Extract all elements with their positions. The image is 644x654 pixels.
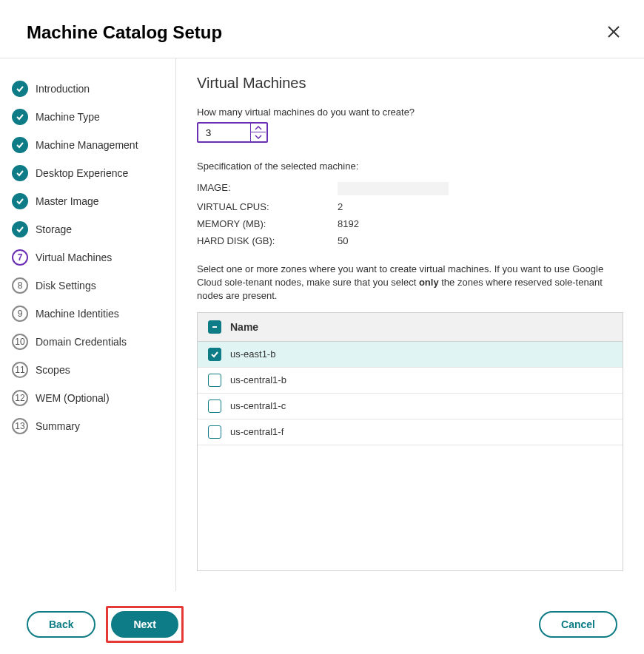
- zone-row[interactable]: us-east1-b: [198, 342, 623, 368]
- dialog-header: Machine Catalog Setup: [0, 0, 644, 58]
- select-all-checkbox[interactable]: [208, 320, 221, 334]
- vm-count-label: How many virtual machines do you want to…: [197, 107, 623, 118]
- checkmark-icon: [12, 109, 28, 125]
- step-number-icon: 10: [12, 334, 28, 350]
- stepper-down-icon[interactable]: [251, 132, 266, 141]
- zone-row[interactable]: us-central1-b: [198, 368, 623, 394]
- sidebar-item-label: Summary: [36, 420, 80, 432]
- sidebar-item-label: WEM (Optional): [36, 392, 110, 404]
- checkmark-icon: [12, 193, 28, 209]
- sidebar-item-label: Master Image: [36, 195, 99, 207]
- spec-value: 8192: [338, 218, 359, 229]
- main-panel: Virtual Machines How many virtual machin…: [176, 58, 644, 591]
- sidebar-item-disk-settings[interactable]: 8 Disk Settings: [12, 272, 175, 300]
- sidebar-item-label: Machine Management: [36, 139, 138, 151]
- checkmark-icon: [12, 221, 28, 237]
- zone-name: us-central1-c: [230, 400, 286, 411]
- sidebar-item-machine-identities[interactable]: 9 Machine Identities: [12, 300, 175, 328]
- page-title: Virtual Machines: [197, 75, 623, 92]
- step-number-icon: 13: [12, 418, 28, 434]
- dialog-footer: Back Next Cancel: [0, 591, 644, 654]
- column-header-name: Name: [230, 321, 258, 333]
- cancel-button[interactable]: Cancel: [539, 611, 617, 638]
- sidebar-item-introduction[interactable]: Introduction: [12, 75, 175, 103]
- spec-value: 2: [338, 201, 343, 212]
- sidebar-item-virtual-machines[interactable]: 7 Virtual Machines: [12, 243, 175, 272]
- sidebar-item-label: Storage: [36, 223, 72, 235]
- checkmark-icon: [12, 165, 28, 181]
- sidebar-item-label: Scopes: [36, 364, 70, 376]
- vm-count-input[interactable]: [198, 124, 250, 141]
- step-number-icon: 7: [12, 249, 28, 266]
- sidebar-item-label: Machine Identities: [36, 308, 119, 320]
- vm-count-stepper[interactable]: [197, 122, 268, 143]
- spec-value-image: [338, 182, 449, 195]
- zones-instruction: Select one or more zones where you want …: [197, 263, 623, 303]
- sidebar-item-machine-type[interactable]: Machine Type: [12, 103, 175, 131]
- step-number-icon: 8: [12, 277, 28, 294]
- zones-table: Name us-east1-b us-central1-b us-central…: [197, 312, 623, 571]
- zone-checkbox[interactable]: [208, 400, 221, 413]
- sidebar-item-domain-credentials[interactable]: 10 Domain Credentials: [12, 328, 175, 356]
- dialog-title: Machine Catalog Setup: [27, 22, 222, 43]
- sidebar-item-wem[interactable]: 12 WEM (Optional): [12, 384, 175, 412]
- spec-label: IMAGE:: [197, 182, 338, 195]
- sidebar-item-label: Virtual Machines: [36, 252, 112, 263]
- checkmark-icon: [12, 81, 28, 97]
- stepper-up-icon[interactable]: [251, 124, 266, 132]
- spec-label: VIRTUAL CPUS:: [197, 201, 338, 212]
- sidebar-item-label: Disk Settings: [36, 280, 96, 291]
- sidebar-item-label: Introduction: [36, 83, 90, 95]
- spec-label: MEMORY (MB):: [197, 218, 338, 229]
- spec-row-image: IMAGE:: [197, 179, 623, 198]
- close-icon[interactable]: [606, 24, 622, 42]
- zone-checkbox[interactable]: [208, 425, 221, 439]
- next-button[interactable]: Next: [111, 611, 178, 638]
- spec-label: HARD DISK (GB):: [197, 235, 338, 246]
- zone-row[interactable]: us-central1-f: [198, 419, 623, 445]
- zone-checkbox[interactable]: [208, 348, 221, 361]
- spec-section-title: Specification of the selected machine:: [197, 161, 623, 172]
- sidebar-item-machine-management[interactable]: Machine Management: [12, 131, 175, 159]
- sidebar-item-desktop-experience[interactable]: Desktop Experience: [12, 159, 175, 187]
- spec-row-disk: HARD DISK (GB): 50: [197, 232, 623, 249]
- zone-name: us-central1-b: [230, 374, 286, 385]
- step-number-icon: 9: [12, 306, 28, 322]
- sidebar-item-label: Machine Type: [36, 111, 100, 123]
- zone-name: us-east1-b: [230, 348, 275, 360]
- checkmark-icon: [12, 137, 28, 153]
- step-number-icon: 11: [12, 362, 28, 378]
- sidebar-item-label: Desktop Experience: [36, 167, 128, 179]
- next-button-highlight: Next: [106, 606, 183, 643]
- spec-row-memory: MEMORY (MB): 8192: [197, 215, 623, 232]
- sidebar-item-scopes[interactable]: 11 Scopes: [12, 356, 175, 384]
- spec-row-vcpu: VIRTUAL CPUS: 2: [197, 198, 623, 215]
- zones-table-header: Name: [198, 313, 623, 342]
- zone-checkbox[interactable]: [208, 374, 221, 387]
- zone-name: us-central1-f: [230, 426, 284, 437]
- step-number-icon: 12: [12, 390, 28, 406]
- zone-row[interactable]: us-central1-c: [198, 394, 623, 419]
- spec-value: 50: [338, 235, 348, 246]
- sidebar-item-storage[interactable]: Storage: [12, 215, 175, 243]
- sidebar-item-summary[interactable]: 13 Summary: [12, 412, 175, 440]
- sidebar-item-master-image[interactable]: Master Image: [12, 187, 175, 215]
- wizard-sidebar: Introduction Machine Type Machine Manage…: [0, 58, 176, 591]
- back-button[interactable]: Back: [27, 611, 95, 638]
- sidebar-item-label: Domain Credentials: [36, 336, 127, 348]
